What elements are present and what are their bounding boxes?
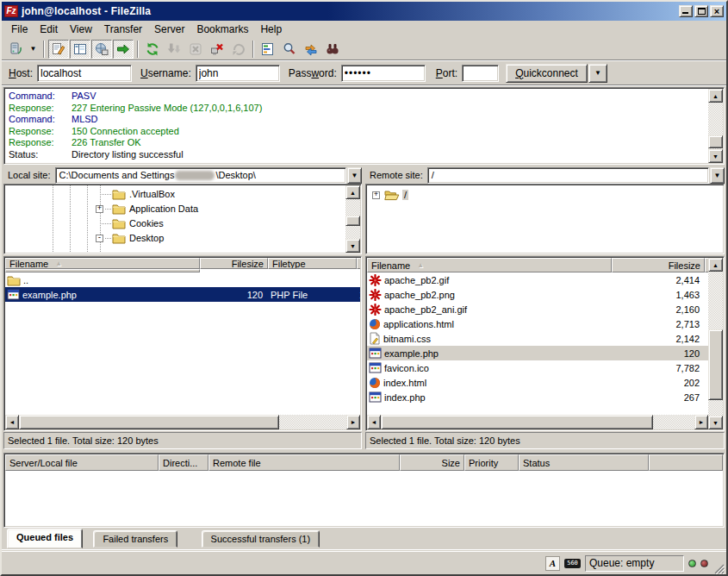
disconnect-button[interactable] xyxy=(207,40,227,59)
menu-bookmarks[interactable]: Bookmarks xyxy=(190,22,254,37)
host-field[interactable] xyxy=(37,65,132,82)
expand-plus-icon[interactable]: + xyxy=(96,205,103,213)
scroll-left-icon[interactable]: ◄ xyxy=(367,415,381,429)
file-row-example-php[interactable]: example.php120 xyxy=(367,346,708,360)
username-field[interactable] xyxy=(196,65,280,82)
file-row-index-php[interactable]: index.php267 xyxy=(367,390,708,404)
column-header-filename[interactable]: Filename▲ xyxy=(367,258,612,272)
scroll-down-icon[interactable]: ▼ xyxy=(708,416,723,429)
file-size-cell: 120 xyxy=(200,290,268,300)
scroll-thumb[interactable] xyxy=(381,415,653,429)
maximize-icon xyxy=(698,8,706,15)
message-log-scrollbar[interactable]: ▲ ▼ xyxy=(708,89,723,163)
site-manager-button[interactable] xyxy=(5,40,26,59)
file-row-example-php[interactable]: example.php120PHP File1 xyxy=(5,287,360,302)
transfer-queue-list[interactable] xyxy=(5,471,723,526)
file-size-cell: 2,160 xyxy=(612,304,705,315)
queue-column-server-local-file[interactable]: Server/Local file xyxy=(5,454,159,471)
synchronized-browsing-button[interactable] xyxy=(301,40,321,59)
tree-connector xyxy=(100,223,112,224)
menu-transfer[interactable]: Transfer xyxy=(98,22,148,37)
local-hscrollbar[interactable]: ◄ ► xyxy=(5,415,360,429)
port-label: Port: xyxy=(436,67,457,79)
tree-item-desktop[interactable]: -Desktop xyxy=(5,231,360,246)
file-row-index-html[interactable]: index.html202 xyxy=(367,375,708,390)
remote-hscrollbar[interactable]: ◄ ► xyxy=(367,415,708,429)
expand-plus-icon[interactable]: + xyxy=(372,191,380,199)
menu-server[interactable]: Server xyxy=(148,22,190,37)
queue-column-size[interactable]: Size xyxy=(400,454,464,471)
queue-column-status[interactable]: Status xyxy=(519,454,649,471)
column-header-filetype[interactable]: Filetype xyxy=(268,258,357,269)
menu-file[interactable]: File xyxy=(5,22,34,37)
scroll-thumb[interactable] xyxy=(708,329,723,400)
column-header-filename[interactable]: Filename▲ xyxy=(5,258,200,269)
scroll-left-icon[interactable]: ◄ xyxy=(5,415,19,429)
close-button[interactable]: × xyxy=(710,5,724,17)
tree-item-application-data[interactable]: +Application Data xyxy=(5,202,360,216)
quickconnect-button[interactable]: Quickconnect xyxy=(506,64,588,83)
scroll-up-icon[interactable]: ▲ xyxy=(708,258,723,272)
scroll-up-icon[interactable]: ▲ xyxy=(345,185,360,199)
tree-item--virtualbox[interactable]: .VirtualBox xyxy=(5,187,360,202)
local-site-combo-arrow-icon[interactable]: ▼ xyxy=(347,167,362,184)
file-size-cell: 202 xyxy=(612,378,705,388)
scroll-thumb[interactable] xyxy=(345,216,360,226)
queue-tabs: Queued filesFailed transfersSuccessful t… xyxy=(2,529,726,550)
scroll-right-icon[interactable]: ► xyxy=(346,415,360,429)
tab-queued-files[interactable]: Queued files xyxy=(7,529,83,548)
password-field[interactable] xyxy=(341,65,426,82)
toggle-local-tree-button[interactable] xyxy=(70,40,90,59)
tab-failed-transfers[interactable]: Failed transfers xyxy=(93,530,177,548)
collapse-minus-icon[interactable]: - xyxy=(96,235,103,242)
directory-listing-filters-button[interactable] xyxy=(258,40,278,59)
local-site-combo[interactable]: C:\Documents and Settings\Desktop\ xyxy=(55,167,346,184)
column-header-filesize[interactable]: Filesize xyxy=(200,258,268,269)
tree-item-label: .VirtualBox xyxy=(128,189,177,199)
remote-vscrollbar[interactable]: ▲ ▼ xyxy=(708,258,723,429)
file-row-favicon-ico[interactable]: favicon.ico7,782 xyxy=(367,360,708,375)
speed-limit-icon[interactable]: 560 xyxy=(564,559,581,568)
file-row-apache-pb2-gif[interactable]: apache_pb2.gif2,414 xyxy=(367,272,708,287)
tree-item-cookies[interactable]: Cookies xyxy=(5,216,360,231)
remote-site-combo-arrow-icon[interactable]: ▼ xyxy=(710,167,725,184)
scroll-thumb[interactable] xyxy=(19,415,279,429)
find-files-button[interactable] xyxy=(322,40,343,59)
port-field[interactable] xyxy=(462,65,499,82)
menu-edit[interactable]: Edit xyxy=(34,22,64,37)
scroll-thumb[interactable] xyxy=(708,135,723,148)
column-header-filesize[interactable]: Filesize xyxy=(612,258,705,272)
minimize-button[interactable] xyxy=(679,5,693,17)
scroll-right-icon[interactable]: ► xyxy=(694,415,708,429)
menu-help[interactable]: Help xyxy=(254,22,288,37)
scroll-down-icon[interactable]: ▼ xyxy=(345,239,360,253)
tab-successful-transfers-1-[interactable]: Successful transfers (1) xyxy=(202,530,320,548)
queue-column-directi-[interactable]: Directi... xyxy=(159,454,208,471)
directory-comparison-button[interactable] xyxy=(279,40,300,59)
file-row-applications-html[interactable]: applications.html2,713 xyxy=(367,316,708,331)
scroll-up-icon[interactable]: ▲ xyxy=(708,89,723,103)
tree-item-root[interactable]: +/ xyxy=(367,188,723,203)
site-manager-dropdown-button[interactable]: ▼ xyxy=(27,40,40,59)
file-row-apache-pb2-png[interactable]: apache_pb2.png1,463 xyxy=(367,287,708,302)
menu-view[interactable]: View xyxy=(64,22,98,37)
remote-site-combo[interactable]: / xyxy=(427,167,709,184)
toggle-remote-tree-button[interactable] xyxy=(91,40,112,59)
maximize-button[interactable] xyxy=(694,5,708,17)
refresh-button[interactable] xyxy=(142,40,163,59)
quickconnect-dropdown-icon[interactable]: ▼ xyxy=(588,64,607,83)
file-row--[interactable]: .. xyxy=(5,272,360,287)
redacted-username xyxy=(175,171,215,180)
file-row-bitnami-css[interactable]: bitnami.css2,142 xyxy=(367,331,708,346)
toggle-message-log-button[interactable] xyxy=(48,40,69,59)
queue-status-panel: Queue: empty xyxy=(585,555,684,572)
queue-column-priority[interactable]: Priority xyxy=(464,454,519,471)
queue-column-remote-file[interactable]: Remote file xyxy=(208,454,400,471)
file-row-apache-pb2-ani-gif[interactable]: apache_pb2_ani.gif2,160 xyxy=(367,302,708,316)
column-header-l[interactable]: L xyxy=(357,258,360,269)
local-tree-scrollbar[interactable]: ▲ ▼ xyxy=(345,185,360,253)
scroll-down-icon[interactable]: ▼ xyxy=(708,149,723,163)
file-name-cell: .. xyxy=(5,274,200,286)
resize-grip[interactable] xyxy=(712,562,725,574)
toggle-transfer-queue-button[interactable] xyxy=(113,40,134,59)
